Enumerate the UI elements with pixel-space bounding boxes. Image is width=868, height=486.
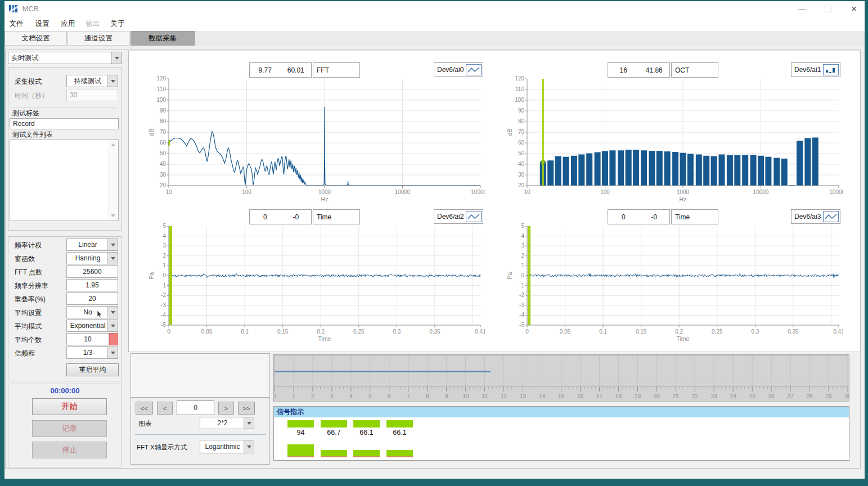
app-icon [8,4,19,14]
chevron-down-icon[interactable] [107,307,118,318]
avg-setting-select[interactable]: No [66,306,118,318]
chevron-down-icon[interactable] [107,347,118,358]
chevron-down-icon[interactable] [107,253,118,264]
svg-text:5: 5 [521,223,524,229]
tab-data-acquisition[interactable]: 数据采集 [131,31,195,46]
signal-level-meter [321,450,347,456]
octave-chart[interactable]: 1010010001000010000020304050607080901001… [506,75,843,203]
menu-file[interactable]: 文件 [7,17,26,31]
svg-text:1000: 1000 [318,189,331,195]
chevron-down-icon[interactable] [107,320,118,331]
svg-text:1: 1 [521,262,524,268]
test-tag-label: 测试标签 [12,108,39,118]
acq-mode-select[interactable]: 持续测试 [66,75,118,87]
avg-mode-select[interactable]: Exponential [66,320,118,332]
menu-about[interactable]: 关于 [108,17,127,31]
record-button: 记录 [32,420,107,437]
svg-text:Time: Time [318,335,331,342]
time-chart-ai3[interactable]: 00.050.10.150.20.250.30.350.41-5-4-3-2-1… [506,222,843,349]
record-timeline[interactable]: 0123456789101112131415161718192021222324… [273,354,849,402]
svg-text:0.3: 0.3 [751,328,759,335]
octave-select[interactable]: 1/3 [66,346,118,359]
fft-xaxis-mode-label: FFT X轴显示方式 [137,442,187,452]
svg-text:0: 0 [525,328,529,335]
svg-text:10: 10 [165,189,172,195]
time-input: 30 [66,89,118,101]
test-file-listbox[interactable] [10,140,119,221]
menu-settings[interactable]: 设置 [33,17,52,31]
chevron-down-icon[interactable] [111,52,122,64]
chevron-down-icon[interactable] [244,440,254,453]
nav-last-button[interactable]: >> [238,402,255,415]
svg-text:11: 11 [482,393,488,399]
test-mode-select[interactable]: 实时测试 [8,52,122,64]
listbox-scrollbar[interactable] [109,140,118,220]
fft-chart[interactable]: 1010010001000010000020304050607080901001… [147,75,485,203]
svg-text:0.35: 0.35 [788,328,799,335]
freq-resolution-input[interactable]: 1.95 [66,279,118,291]
close-button[interactable]: × [844,2,864,16]
chevron-down-icon[interactable] [107,75,118,87]
chevron-down-icon[interactable] [107,239,118,250]
cursor-y-value: -0 [281,213,312,221]
signal-active-bar [287,420,314,428]
fft-points-input[interactable]: 25600 [66,266,118,278]
chevron-down-icon[interactable] [244,417,254,429]
maximize-button[interactable] [818,3,838,15]
svg-text:4: 4 [163,233,166,239]
restart-average-button[interactable]: 重启平均 [66,363,119,376]
svg-text:6: 6 [388,393,391,399]
minimize-button[interactable]: — [792,3,812,15]
freq-weighting-label: 频率计权 [15,240,42,250]
svg-text:110: 110 [157,86,166,92]
svg-text:50: 50 [518,150,525,156]
time-chart-ai2[interactable]: 00.050.10.150.20.250.30.350.41-5-4-3-2-1… [147,222,485,349]
svg-text:17: 17 [596,393,603,399]
application-window: MCR — × 文件 设置 应用 输出 关于 文档设置 通道设置 数据采集 实时… [0,0,868,486]
avg-count-input[interactable]: 10 [66,333,109,345]
svg-text:27: 27 [788,393,794,399]
menu-bar [5,17,865,31]
signal-level-meter [386,450,413,456]
cursor-x-value: 16 [608,66,639,74]
svg-text:12: 12 [501,393,507,399]
scroll-up-icon[interactable] [111,143,115,146]
svg-text:70: 70 [160,129,167,135]
svg-text:40: 40 [518,161,525,167]
test-tag-input[interactable]: Record [10,118,119,129]
svg-text:100000: 100000 [829,189,843,195]
nav-prev-button[interactable]: < [157,402,173,415]
tab-channel-settings[interactable]: 通道设置 [68,31,129,46]
window-func-select[interactable]: Hanning [66,252,118,264]
overlap-label: 重叠率(%) [15,294,46,304]
svg-text:100: 100 [242,189,251,195]
svg-text:2: 2 [521,253,524,259]
tab-document-settings[interactable]: 文档设置 [5,31,67,46]
svg-text:110: 110 [515,86,524,92]
svg-text:5: 5 [368,393,372,399]
svg-text:0.3: 0.3 [393,328,401,335]
overlap-input[interactable]: 20 [66,292,118,305]
svg-text:60: 60 [518,140,525,146]
svg-text:14: 14 [539,393,546,399]
start-button[interactable]: 开始 [32,398,107,415]
freq-weighting-select[interactable]: Linear [66,238,118,251]
svg-text:22: 22 [692,393,699,399]
svg-text:20: 20 [160,182,167,188]
svg-text:0.15: 0.15 [277,328,289,335]
svg-text:3: 3 [521,242,524,249]
page-number-input[interactable]: 0 [177,400,214,415]
svg-text:19: 19 [635,393,641,399]
nav-next-button[interactable]: > [218,402,234,415]
svg-text:100000: 100000 [471,189,485,195]
fft-xaxis-mode-select[interactable]: Logarithmic [200,440,254,453]
svg-text:23: 23 [711,393,718,399]
svg-text:0.41: 0.41 [833,328,843,335]
menu-application[interactable]: 应用 [59,17,78,31]
nav-first-button[interactable]: << [136,402,153,415]
svg-text:30: 30 [844,393,849,399]
chart-layout-select[interactable]: 2*2 [200,417,254,429]
svg-text:-4: -4 [161,312,166,318]
mouse-cursor [97,310,104,319]
scroll-down-icon[interactable] [111,214,115,217]
